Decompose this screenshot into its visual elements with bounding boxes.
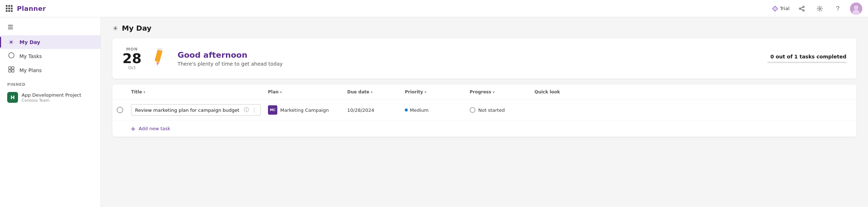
title-sort-icon: ▾ [143,90,145,94]
svg-point-7 [819,8,821,9]
pinned-item-label: App Development Project [22,92,81,98]
avatar-image [850,3,862,15]
svg-rect-17 [9,70,11,72]
pinned-item-app-dev[interactable]: H App Development Project Contoso Team [0,89,100,106]
col-plan[interactable]: Plan ▾ [264,87,344,97]
col-title[interactable]: Title ▾ [127,87,264,97]
add-task-row[interactable]: + Add new task [112,120,856,137]
svg-rect-13 [8,28,13,29]
svg-point-2 [803,6,804,8]
col-check [112,87,127,97]
sidebar-item-my-tasks[interactable]: My Tasks [0,49,100,63]
task-priority: Medium [410,107,429,113]
svg-line-5 [801,7,803,8]
main-layout: ☀️ My Day My Tasks My Plans Pinne [0,17,868,207]
help-icon: ? [836,5,839,12]
content-area: ☀️ My Day MON 28 Oct Good [101,17,868,207]
tasks-progress-bar [767,62,846,63]
svg-point-3 [799,8,801,9]
pinned-section-label: Pinned [0,77,100,89]
priority-dot [405,109,408,111]
page-title: My Day [122,24,151,32]
progress-circle [470,107,475,113]
svg-rect-11 [8,25,13,26]
task-checkbox-cell [112,104,127,116]
sidebar-item-label: My Day [19,39,40,45]
task-checkbox[interactable] [117,107,123,113]
topbar-left: Planner [6,5,46,12]
task-progress-cell: Not started [466,104,531,116]
due-date-sort-icon: ▾ [371,90,372,94]
tasks-completed-label: 0 out of 1 tasks completed [767,54,846,60]
add-task-label: Add new task [139,126,170,131]
task-plan-cell: MC Marketing Campaign [264,102,344,118]
avatar[interactable] [850,3,862,15]
greeting-date: MON 28 Oct [122,47,142,70]
plan-name: Marketing Campaign [280,107,329,113]
sidebar-item-label: My Tasks [19,53,42,59]
svg-point-4 [803,10,804,11]
col-progress[interactable]: Progress ▾ [466,87,531,97]
tasks-section: Title ▾ Plan ▾ Due date ▾ Priority ▾ Pro… [112,84,856,137]
greeting-sub-message: There's plenty of time to get ahead toda… [178,61,283,67]
sidebar: ☀️ My Day My Tasks My Plans Pinne [0,17,101,207]
greeting-emoji [149,45,170,71]
collapse-icon [7,24,14,30]
task-info-icon[interactable]: ⓘ [244,107,249,113]
add-task-plus-icon: + [130,125,136,132]
plan-avatar: MC [268,105,277,115]
svg-rect-12 [8,27,13,27]
page-header: ☀️ My Day [101,17,868,38]
pinned-item-icon: H [7,92,18,103]
task-title-cell: Review marketing plan for campaign budge… [127,101,264,119]
svg-rect-14 [9,53,14,58]
trial-badge[interactable]: Trial [772,6,789,12]
svg-rect-15 [9,67,11,69]
col-priority[interactable]: Priority ▾ [401,87,466,97]
greeting-stats: 0 out of 1 tasks completed [767,54,846,63]
pinned-item-text: App Development Project Contoso Team [22,92,81,103]
task-more-icon[interactable]: ⋮ [252,107,257,113]
col-due-date[interactable]: Due date ▾ [344,87,401,97]
greeting-text: Good afternoon There's plenty of time to… [178,50,283,67]
greeting-date-num: 28 [122,52,142,65]
help-button[interactable]: ? [832,3,844,14]
col-quick-look: Quick look [531,87,581,97]
progress-sort-icon: ▾ [493,90,495,94]
gear-icon [816,5,823,12]
sidebar-item-my-day[interactable]: ☀️ My Day [0,35,100,49]
greeting-card: MON 28 Oct Good afternoon There's plenty… [112,38,856,79]
svg-line-6 [801,9,803,10]
table-row: Review marketing plan for campaign budge… [112,100,856,120]
task-due-date: 10/28/2024 [347,107,374,113]
topbar-right: Trial ? [772,3,862,15]
tasks-icon [7,52,15,60]
svg-point-9 [854,5,858,10]
plan-sort-icon: ▾ [280,90,282,94]
waffle-icon[interactable] [6,5,13,12]
sun-icon: ☀️ [7,39,15,46]
task-priority-cell: Medium [401,105,466,116]
tasks-table-header: Title ▾ Plan ▾ Due date ▾ Priority ▾ Pro… [112,84,856,100]
sidebar-item-label: My Plans [19,67,42,73]
task-progress: Not started [478,107,505,113]
task-title-text: Review marketing plan for campaign budge… [135,107,241,113]
settings-button[interactable] [814,3,826,14]
svg-rect-16 [12,67,14,69]
page-header-icon: ☀️ [112,25,118,32]
topbar: Planner Trial ? [0,0,868,17]
sidebar-item-my-plans[interactable]: My Plans [0,63,100,77]
greeting-message: Good afternoon [178,50,283,60]
diamond-icon [772,6,778,12]
task-title-wrapper[interactable]: Review marketing plan for campaign budge… [131,104,261,116]
app-title: Planner [17,5,46,12]
share-icon [798,5,805,12]
task-quicklook-cell [531,107,581,113]
sidebar-collapse-button[interactable] [4,22,96,32]
svg-rect-18 [12,70,14,72]
plans-icon [7,66,15,74]
priority-sort-icon: ▾ [425,90,426,94]
task-due-date-cell: 10/28/2024 [344,105,401,116]
share-button[interactable] [796,3,807,14]
pinned-item-sublabel: Contoso Team [22,98,81,103]
